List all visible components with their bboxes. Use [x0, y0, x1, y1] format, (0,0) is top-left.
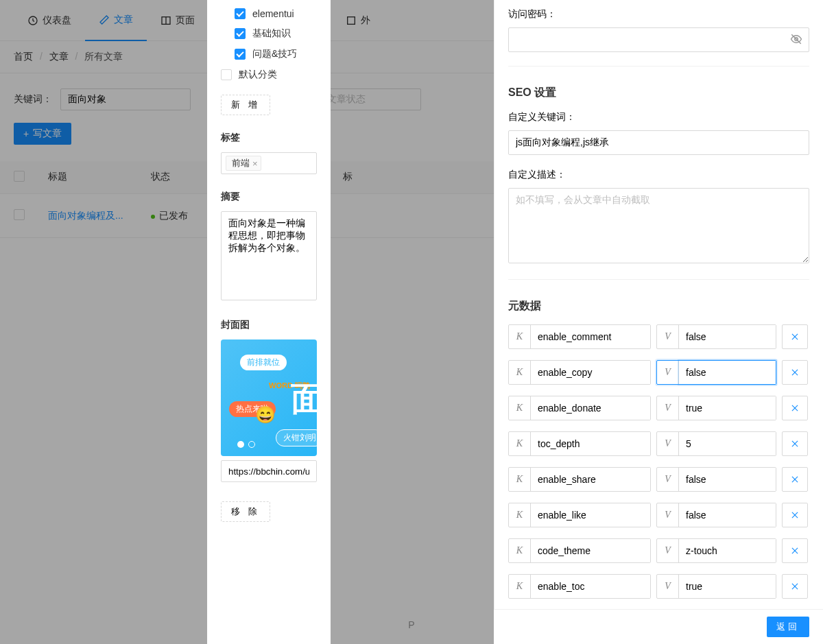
- meta-delete-button[interactable]: [782, 467, 808, 492]
- meta-row: KV: [508, 467, 809, 492]
- cover-decoration: 前排就位: [240, 355, 287, 370]
- checkbox-checked-icon[interactable]: [235, 49, 246, 60]
- meta-delete-button[interactable]: [782, 574, 808, 599]
- meta-value-field: V: [656, 503, 776, 527]
- meta-key-input[interactable]: [531, 575, 650, 598]
- settings-drawer-right: 访问密码： SEO 设置 自定义关键词： 自定义描述： 元数据 KVKVKVKV…: [494, 0, 823, 644]
- category-label: elementui: [252, 8, 294, 19]
- category-label: 基础知识: [252, 27, 291, 40]
- meta-row: KV: [508, 503, 809, 527]
- meta-row: KV: [508, 431, 809, 456]
- meta-value-input[interactable]: [679, 396, 776, 420]
- meta-key-field: K: [508, 538, 651, 563]
- tag-chip: 前端×: [226, 156, 261, 171]
- metadata-section-header: 元数据: [508, 299, 809, 313]
- meta-value-field: V: [656, 324, 776, 349]
- meta-key-input[interactable]: [531, 503, 650, 527]
- add-category-button[interactable]: 新 增: [221, 95, 270, 115]
- password-input[interactable]: [508, 27, 809, 52]
- value-prefix-label: V: [657, 325, 679, 348]
- checkbox-icon[interactable]: [221, 69, 232, 80]
- meta-value-input[interactable]: [679, 325, 776, 348]
- seo-section-header: SEO 设置: [508, 86, 809, 100]
- meta-delete-button[interactable]: [782, 360, 808, 385]
- category-item[interactable]: elementui: [235, 4, 317, 23]
- excerpt-textarea[interactable]: [221, 211, 317, 300]
- key-prefix-label: K: [509, 539, 531, 562]
- meta-value-input[interactable]: [679, 503, 776, 527]
- category-item[interactable]: 问题&技巧: [235, 44, 317, 64]
- meta-delete-button[interactable]: [782, 538, 808, 563]
- meta-key-field: K: [508, 324, 651, 349]
- meta-delete-button[interactable]: [782, 431, 808, 456]
- description-label: 自定义描述：: [508, 169, 809, 181]
- meta-delete-button[interactable]: [782, 503, 808, 527]
- meta-value-field: V: [656, 396, 776, 420]
- category-label: 默认分类: [239, 69, 277, 81]
- keywords-label: 自定义关键词：: [508, 111, 809, 123]
- value-prefix-label: V: [657, 396, 679, 420]
- meta-key-field: K: [508, 360, 651, 385]
- value-prefix-label: V: [657, 539, 679, 562]
- meta-key-input[interactable]: [531, 468, 650, 491]
- meta-value-input[interactable]: [679, 468, 776, 491]
- cover-decoration: 面: [291, 377, 317, 421]
- key-prefix-label: K: [509, 575, 531, 598]
- category-list: elementui 基础知识 问题&技巧: [235, 0, 317, 64]
- meta-row: KV: [508, 324, 809, 349]
- meta-key-input[interactable]: [531, 361, 650, 384]
- cover-url-input[interactable]: [221, 460, 317, 482]
- cover-image[interactable]: 前排就位 热点来啦 WORD 吗鸭~ 面 火钳刘明 😄: [221, 339, 317, 456]
- meta-delete-button[interactable]: [782, 324, 808, 349]
- checkbox-checked-icon[interactable]: [235, 28, 246, 39]
- meta-delete-button[interactable]: [782, 396, 808, 420]
- eye-off-icon[interactable]: [790, 33, 802, 45]
- category-item[interactable]: 基础知识: [235, 23, 317, 44]
- settings-drawer-left: elementui 基础知识 问题&技巧 默认分类 新 增 标签 前端× 摘要 …: [207, 0, 331, 644]
- key-prefix-label: K: [509, 432, 531, 455]
- key-prefix-label: K: [509, 468, 531, 491]
- tags-section-title: 标签: [221, 132, 317, 144]
- tag-remove-icon[interactable]: ×: [252, 158, 258, 169]
- meta-value-field: V: [656, 538, 776, 563]
- meta-value-field: V: [656, 431, 776, 456]
- checkbox-checked-icon[interactable]: [235, 8, 246, 19]
- meta-key-input[interactable]: [531, 396, 650, 420]
- value-prefix-label: V: [657, 361, 679, 384]
- value-prefix-label: V: [657, 432, 679, 455]
- category-label: 问题&技巧: [252, 48, 297, 60]
- meta-value-field: V: [656, 360, 776, 385]
- remove-cover-button[interactable]: 移 除: [221, 501, 270, 522]
- key-prefix-label: K: [509, 503, 531, 527]
- key-prefix-label: K: [509, 325, 531, 348]
- meta-key-field: K: [508, 467, 651, 492]
- value-prefix-label: V: [657, 575, 679, 598]
- meta-key-field: K: [508, 503, 651, 527]
- key-prefix-label: K: [509, 361, 531, 384]
- meta-value-input[interactable]: [679, 539, 776, 562]
- meta-row: KV: [508, 574, 809, 599]
- excerpt-section-title: 摘要: [221, 191, 317, 203]
- meta-key-input[interactable]: [531, 539, 650, 562]
- keywords-input[interactable]: [508, 130, 809, 155]
- meta-key-field: K: [508, 431, 651, 456]
- cover-section-title: 封面图: [221, 319, 317, 331]
- meta-value-input[interactable]: [679, 575, 776, 598]
- value-prefix-label: V: [657, 503, 679, 527]
- meta-value-field: V: [656, 574, 776, 599]
- meta-value-input[interactable]: [679, 361, 776, 384]
- back-button[interactable]: 返回: [767, 617, 809, 637]
- meta-row: KV: [508, 360, 809, 385]
- password-label: 访问密码：: [508, 8, 809, 21]
- meta-row: KV: [508, 396, 809, 420]
- meta-key-input[interactable]: [531, 325, 650, 348]
- meta-row: KV: [508, 538, 809, 563]
- tags-input[interactable]: 前端×: [221, 152, 317, 174]
- description-textarea[interactable]: [508, 188, 809, 263]
- meta-key-input[interactable]: [531, 432, 650, 455]
- cover-decoration: 火钳刘明: [276, 429, 317, 446]
- value-prefix-label: V: [657, 468, 679, 491]
- meta-key-field: K: [508, 574, 651, 599]
- default-category[interactable]: 默认分类: [221, 64, 317, 85]
- meta-value-input[interactable]: [679, 432, 776, 455]
